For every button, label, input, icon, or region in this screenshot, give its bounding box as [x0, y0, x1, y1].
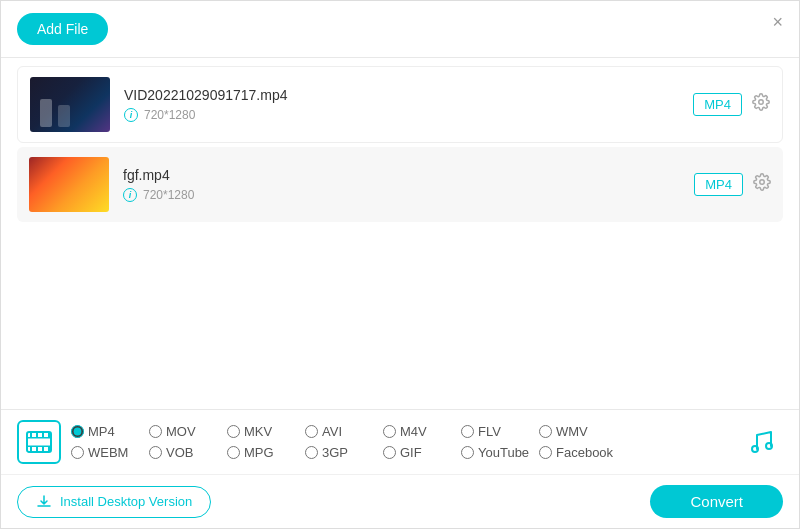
format-option-m4v[interactable]: M4V: [383, 424, 461, 439]
file-resolution: 720*1280: [144, 108, 195, 122]
format-radio-mov[interactable]: [149, 425, 162, 438]
format-option-3gp[interactable]: 3GP: [305, 445, 383, 460]
format-option-flv[interactable]: FLV: [461, 424, 539, 439]
svg-rect-5: [30, 432, 32, 437]
format-label: WEBM: [88, 445, 128, 460]
format-radio-wmv[interactable]: [539, 425, 552, 438]
bottom-bar: MP4 MOV MKV AVI M4V FLV WM: [1, 409, 799, 528]
file-list-area: VID20221029091717.mp4 i 720*1280 MP4: [1, 58, 799, 403]
format-label: MP4: [88, 424, 115, 439]
install-button[interactable]: Install Desktop Version: [17, 486, 211, 518]
format-label: MKV: [244, 424, 272, 439]
svg-rect-11: [42, 447, 44, 452]
format-radio-youtube[interactable]: [461, 446, 474, 459]
format-label: Facebook: [556, 445, 613, 460]
svg-rect-7: [42, 432, 44, 437]
file-actions: MP4: [694, 173, 771, 196]
file-list: VID20221029091717.mp4 i 720*1280 MP4: [1, 58, 799, 234]
format-label: YouTube: [478, 445, 529, 460]
format-option-facebook[interactable]: Facebook: [539, 445, 617, 460]
format-label: GIF: [400, 445, 422, 460]
format-radio-facebook[interactable]: [539, 446, 552, 459]
add-file-button[interactable]: Add File: [17, 13, 108, 45]
svg-rect-3: [27, 437, 51, 439]
format-radio-avi[interactable]: [305, 425, 318, 438]
close-button[interactable]: ×: [772, 13, 783, 31]
info-icon[interactable]: i: [123, 188, 137, 202]
format-option-webm[interactable]: WEBM: [71, 445, 149, 460]
file-meta: i 720*1280: [123, 188, 694, 202]
format-option-gif[interactable]: GIF: [383, 445, 461, 460]
file-actions: MP4: [693, 93, 770, 116]
file-resolution: 720*1280: [143, 188, 194, 202]
file-item: VID20221029091717.mp4 i 720*1280 MP4: [17, 66, 783, 143]
svg-rect-12: [48, 447, 50, 452]
svg-point-14: [766, 443, 772, 449]
format-option-vob[interactable]: VOB: [149, 445, 227, 460]
format-option-mp4[interactable]: MP4: [71, 424, 149, 439]
format-option-wmv[interactable]: WMV: [539, 424, 617, 439]
settings-button[interactable]: [753, 173, 771, 196]
format-label: FLV: [478, 424, 501, 439]
format-section: MP4 MOV MKV AVI M4V FLV WM: [1, 410, 799, 475]
svg-rect-9: [30, 447, 32, 452]
svg-rect-8: [48, 432, 50, 437]
file-info: fgf.mp4 i 720*1280: [123, 167, 694, 202]
thumbnail: [30, 77, 110, 132]
format-option-mpg[interactable]: MPG: [227, 445, 305, 460]
file-item: fgf.mp4 i 720*1280 MP4: [17, 147, 783, 222]
svg-point-0: [759, 100, 764, 105]
file-info: VID20221029091717.mp4 i 720*1280: [124, 87, 693, 122]
format-radio-3gp[interactable]: [305, 446, 318, 459]
format-label: 3GP: [322, 445, 348, 460]
svg-rect-6: [36, 432, 38, 437]
music-icon[interactable]: [739, 420, 783, 464]
format-label: MOV: [166, 424, 196, 439]
info-icon[interactable]: i: [124, 108, 138, 122]
action-bar: Install Desktop Version Convert: [1, 475, 799, 528]
format-radio-m4v[interactable]: [383, 425, 396, 438]
format-label: M4V: [400, 424, 427, 439]
thumbnail: [29, 157, 109, 212]
file-name: fgf.mp4: [123, 167, 694, 183]
format-radio-mp4[interactable]: [71, 425, 84, 438]
format-radio-flv[interactable]: [461, 425, 474, 438]
format-option-youtube[interactable]: YouTube: [461, 445, 539, 460]
format-radio-gif[interactable]: [383, 446, 396, 459]
format-radio-mkv[interactable]: [227, 425, 240, 438]
film-icon: [17, 420, 61, 464]
format-option-mov[interactable]: MOV: [149, 424, 227, 439]
svg-point-1: [760, 180, 765, 185]
format-radio-mpg[interactable]: [227, 446, 240, 459]
format-radio-vob[interactable]: [149, 446, 162, 459]
format-option-avi[interactable]: AVI: [305, 424, 383, 439]
format-label: AVI: [322, 424, 342, 439]
format-label: WMV: [556, 424, 588, 439]
format-option-mkv[interactable]: MKV: [227, 424, 305, 439]
format-label: MPG: [244, 445, 274, 460]
file-name: VID20221029091717.mp4: [124, 87, 693, 103]
format-label: VOB: [166, 445, 193, 460]
install-label: Install Desktop Version: [60, 494, 192, 509]
svg-point-13: [752, 446, 758, 452]
format-badge[interactable]: MP4: [694, 173, 743, 196]
header: Add File ×: [1, 1, 799, 58]
settings-button[interactable]: [752, 93, 770, 116]
format-radio-webm[interactable]: [71, 446, 84, 459]
svg-rect-10: [36, 447, 38, 452]
convert-button[interactable]: Convert: [650, 485, 783, 518]
file-meta: i 720*1280: [124, 108, 693, 122]
format-badge[interactable]: MP4: [693, 93, 742, 116]
